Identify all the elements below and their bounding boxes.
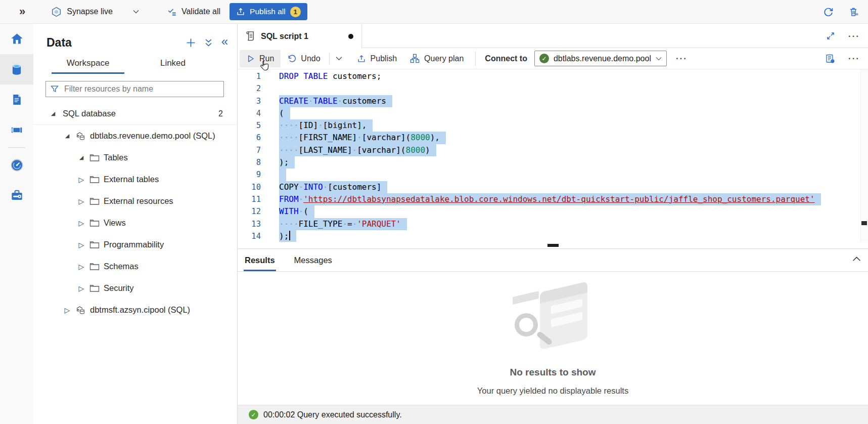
top-command-bar: » Synapse live Validate all Publish all … xyxy=(0,0,868,24)
twistie-collapsed-icon[interactable]: ▷ xyxy=(77,284,86,292)
tree-item-external-tables[interactable]: ▷External tables xyxy=(33,168,237,190)
tree-item-dbtmsft-azsyn-cipool-sql[interactable]: ▷dbtmsft.azsyn.cipool (SQL) xyxy=(33,299,237,321)
line-number: 9 xyxy=(238,168,261,181)
data-tab-workspace[interactable]: Workspace xyxy=(45,52,130,74)
twistie-expanded-icon[interactable]: ◢ xyxy=(49,110,58,117)
results-tab-results[interactable]: Results xyxy=(244,249,276,271)
rail-item-integrate[interactable] xyxy=(0,115,33,145)
data-panel-tabs: WorkspaceLinked xyxy=(33,52,237,74)
twistie-collapsed-icon[interactable]: ▷ xyxy=(77,197,86,205)
code-line-2[interactable]: 2 xyxy=(238,82,868,95)
results-tab-messages[interactable]: Messages xyxy=(293,249,333,271)
code-line-1[interactable]: 1DROP TABLE customers; xyxy=(238,70,868,82)
tab-sql-script-1[interactable]: SQL script 1 xyxy=(238,24,362,49)
line-number: 10 xyxy=(238,181,261,193)
discard-all-icon[interactable] xyxy=(849,7,859,17)
code-text xyxy=(279,168,286,181)
tree-item-sql-database[interactable]: ◢SQL database2 xyxy=(33,103,237,124)
document-title: SQL script 1 xyxy=(261,32,308,41)
splitter-grip[interactable] xyxy=(547,244,559,247)
line-number: 5 xyxy=(238,119,261,132)
code-line-3[interactable]: 3CREATE·TABLE·customers xyxy=(238,95,868,107)
code-text: CREATE·TABLE·customers xyxy=(279,95,392,107)
twistie-expanded-icon[interactable]: ◢ xyxy=(77,154,86,161)
results-splitter[interactable] xyxy=(238,242,868,249)
sql-code-editor[interactable]: 1DROP TABLE customers;23CREATE·TABLE·cus… xyxy=(238,69,868,242)
filter-box[interactable] xyxy=(45,81,224,97)
code-line-4[interactable]: 4( xyxy=(238,107,868,119)
tree-item-label: External tables xyxy=(104,175,159,184)
document-tabbar: SQL script 1 ··· xyxy=(238,24,868,48)
twistie-collapsed-icon[interactable]: ▷ xyxy=(77,241,86,249)
editor-scrollbar[interactable] xyxy=(860,69,868,242)
manage-icon xyxy=(10,189,24,202)
data-tab-linked[interactable]: Linked xyxy=(130,52,215,74)
tree-item-label: Schemas xyxy=(104,262,139,271)
code-line-14[interactable]: 14); xyxy=(238,230,868,242)
properties-icon[interactable] xyxy=(825,54,835,64)
filter-input[interactable] xyxy=(63,84,219,94)
pool-name: dbtlabs.revenue.demo.pool xyxy=(554,54,651,63)
code-text: ····FILE_TYPE·=·'PARQUET' xyxy=(279,218,407,230)
code-line-8[interactable]: 8); xyxy=(238,156,868,168)
code-line-10[interactable]: 10COPY·INTO·[customers] xyxy=(238,181,868,193)
connect-to-label: Connect to xyxy=(485,54,527,63)
rail-item-data[interactable] xyxy=(0,54,33,84)
code-text: ); xyxy=(279,230,296,242)
refresh-icon[interactable] xyxy=(823,7,834,17)
code-line-6[interactable]: 6····[FIRST_NAME]·[varchar](8000), xyxy=(238,132,868,144)
twistie-collapsed-icon[interactable]: ▷ xyxy=(77,176,86,184)
code-line-7[interactable]: 7····[LAST_NAME]·[varchar](8000) xyxy=(238,144,868,156)
unsaved-dot xyxy=(348,34,353,39)
tab-more-icon[interactable]: ··· xyxy=(848,32,860,40)
validate-all-label: Validate all xyxy=(181,7,220,16)
connect-pool-dropdown[interactable]: ✓ dbtlabs.revenue.demo.pool xyxy=(534,51,667,66)
code-line-12[interactable]: 12WITH·( xyxy=(238,205,868,218)
rail-item-develop[interactable] xyxy=(0,84,33,115)
publish-button[interactable]: Publish xyxy=(350,50,403,67)
collapse-all-icon[interactable] xyxy=(205,38,212,47)
line-number: 4 xyxy=(238,107,261,119)
code-line-13[interactable]: 13····FILE_TYPE·=·'PARQUET' xyxy=(238,218,868,230)
empty-results-title: No results to show xyxy=(510,367,596,378)
mode-selector[interactable]: Synapse live xyxy=(51,7,139,17)
rail-item-home[interactable] xyxy=(0,24,33,54)
undo-button[interactable]: Undo xyxy=(281,50,327,67)
tree-item-security[interactable]: ▷Security xyxy=(33,277,237,299)
tree-item-dbtlabs-revenue-demo-pool-sql[interactable]: ◢dbtlabs.revenue.demo.pool (SQL) xyxy=(33,125,237,147)
run-options-dropdown[interactable] xyxy=(332,50,346,67)
code-line-11[interactable]: 11FROM·'https://dbtlabsynapsedatalake.bl… xyxy=(238,193,868,205)
add-resource-icon[interactable] xyxy=(186,38,196,48)
tree-item-external-resources[interactable]: ▷External resources xyxy=(33,190,237,212)
rail-item-manage[interactable] xyxy=(0,180,33,210)
twistie-collapsed-icon[interactable]: ▷ xyxy=(77,263,86,271)
code-line-9[interactable]: 9 xyxy=(238,168,868,181)
expand-editor-icon[interactable] xyxy=(826,31,835,40)
collapse-panel-icon[interactable]: « xyxy=(221,35,228,48)
editor-workspace: SQL script 1 ··· Run Undo xyxy=(238,24,868,424)
tree-item-schemas[interactable]: ▷Schemas xyxy=(33,256,237,277)
toolbar-more-icon[interactable]: ··· xyxy=(676,54,688,63)
twistie-collapsed-icon[interactable]: ▷ xyxy=(77,219,86,227)
editor-more-icon[interactable]: ··· xyxy=(848,54,860,63)
publish-all-button[interactable]: Publish all 1 xyxy=(230,3,307,20)
code-line-5[interactable]: 5····[ID]·[bigint], xyxy=(238,119,868,132)
twistie-expanded-icon[interactable]: ◢ xyxy=(63,133,72,139)
tree-item-programmability[interactable]: ▷Programmability xyxy=(33,234,237,256)
collapse-results-icon[interactable] xyxy=(852,256,861,262)
tree-item-tables[interactable]: ◢Tables xyxy=(33,147,237,168)
expand-panel-icon[interactable]: » xyxy=(19,6,25,17)
tree-item-views[interactable]: ▷Views xyxy=(33,212,237,234)
tree-item-label: External resources xyxy=(104,196,173,206)
query-plan-button[interactable]: Query plan xyxy=(403,50,470,67)
code-text: ····[ID]·[bigint], xyxy=(279,119,373,132)
publish-label: Publish xyxy=(371,54,397,63)
publish-all-icon xyxy=(236,7,245,16)
twistie-collapsed-icon[interactable]: ▷ xyxy=(63,306,72,314)
sql-script-icon xyxy=(246,31,255,41)
query-plan-label: Query plan xyxy=(424,54,464,63)
validate-all-button[interactable]: Validate all xyxy=(167,7,220,17)
chevron-down-icon xyxy=(656,57,662,61)
code-text: COPY·INTO·[customers] xyxy=(279,181,387,193)
rail-item-monitor[interactable] xyxy=(0,150,33,180)
